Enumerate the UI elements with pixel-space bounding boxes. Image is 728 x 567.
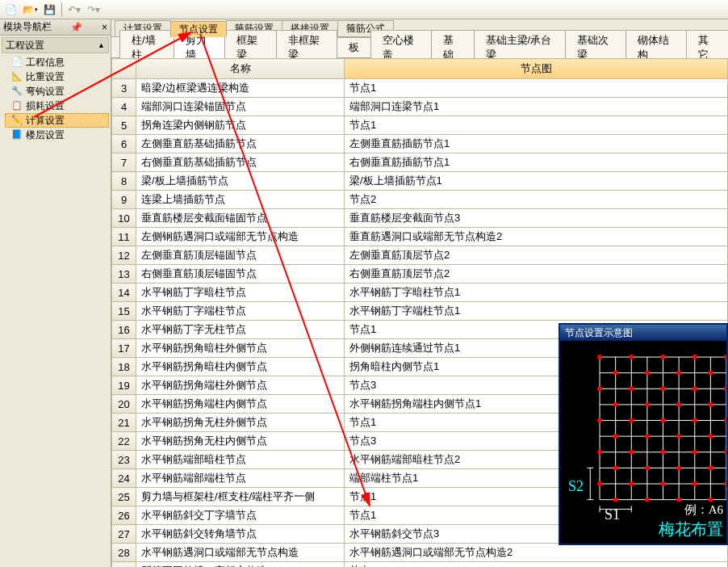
row-name[interactable]: 水平钢筋拐角无柱外侧节点	[136, 414, 345, 432]
table-row[interactable]: 14水平钢筋丁字暗柱节点水平钢筋丁字暗柱节点1	[112, 284, 728, 302]
row-name[interactable]: 水平钢筋斜交丁字墙节点	[136, 506, 345, 525]
row-img[interactable]: 水平钢筋丁字暗柱节点1	[345, 284, 728, 302]
row-name[interactable]: 水平钢筋拐角无柱内侧节点	[136, 432, 345, 451]
row-name[interactable]: 连梁上墙插筋节点	[136, 191, 345, 209]
svg-point-29	[708, 371, 713, 376]
svg-point-64	[676, 498, 681, 502]
row-name[interactable]: 水平钢筋斜交转角墙节点	[136, 525, 345, 544]
svg-point-35	[613, 402, 618, 407]
sidebar-item-4[interactable]: ✏️计算设置	[5, 113, 109, 128]
row-number: 26	[112, 506, 136, 525]
sidebar-section[interactable]: 工程设置 ▲	[2, 37, 109, 53]
svg-point-48	[597, 450, 602, 455]
table-row[interactable]: 6左侧垂直筋基础插筋节点左侧垂直筋插筋节点1	[112, 135, 728, 153]
row-name[interactable]: 垂直筋楼层变截面锚固节点	[136, 209, 345, 228]
table-row[interactable]: 29配筋不同的墙一字相交构造节点1	[112, 562, 728, 568]
cattab-4[interactable]: 板	[337, 37, 371, 58]
table-row[interactable]: 11左侧钢筋遇洞口或端部无节点构造垂直筋遇洞口或端部无节点构造2	[112, 228, 728, 246]
table-row[interactable]: 3暗梁/边框梁遇连梁构造节点1	[112, 79, 728, 98]
sidebar-item-icon: 📄	[11, 57, 23, 68]
save-icon[interactable]: 💾	[40, 2, 58, 18]
row-name[interactable]: 左侧垂直筋基础插筋节点	[136, 135, 345, 153]
row-name[interactable]: 端部洞口连梁锚固节点	[136, 98, 345, 116]
svg-point-42	[692, 418, 697, 423]
row-number: 15	[112, 302, 136, 321]
row-name[interactable]: 水平钢筋丁字端柱节点	[136, 302, 345, 321]
row-img[interactable]: 水平钢筋丁字端柱节点1	[345, 302, 728, 321]
table-row[interactable]: 12左侧垂直筋顶层锚固节点左侧垂直筋顶层节点2	[112, 246, 728, 265]
row-number: 13	[112, 265, 136, 284]
table-row[interactable]: 5拐角连梁内侧钢筋节点节点1	[112, 116, 728, 135]
sidebar-item-2[interactable]: 🔧弯钩设置	[5, 84, 109, 99]
row-img[interactable]: 垂直筋楼层变截面节点3	[345, 209, 728, 228]
row-name[interactable]: 拐角连梁内侧钢筋节点	[136, 116, 345, 135]
row-name[interactable]: 水平钢筋丁字暗柱节点	[136, 284, 345, 302]
row-img[interactable]: 右侧垂直筋插筋节点1	[345, 153, 728, 172]
close-icon[interactable]: ×	[102, 22, 107, 33]
img-header[interactable]: 节点图	[345, 59, 728, 79]
tab-1[interactable]: 节点设置	[170, 21, 227, 37]
svg-point-63	[645, 498, 650, 502]
row-img[interactable]: 左侧垂直筋插筋节点1	[345, 135, 728, 153]
sidebar-item-3[interactable]: 📋损耗设置	[5, 99, 109, 113]
collapse-icon[interactable]: ▲	[98, 41, 105, 49]
row-name[interactable]: 右侧垂直筋基础插筋节点	[136, 153, 345, 172]
row-img[interactable]: 水平钢筋遇洞口或端部无节点构造2	[345, 544, 728, 562]
row-name[interactable]: 水平钢筋拐角暗柱外侧节点	[136, 339, 345, 358]
table-row[interactable]: 10垂直筋楼层变截面锚固节点垂直筋楼层变截面节点3	[112, 209, 728, 228]
sidebar-item-label: 比重设置	[26, 70, 65, 84]
redo-icon[interactable]: ↷▾	[85, 2, 103, 18]
table-row[interactable]: 8梁/板上墙插筋节点梁/板上墙插筋节点1	[112, 172, 728, 191]
row-img[interactable]: 节点1	[345, 79, 728, 98]
row-number: 7	[112, 153, 136, 172]
row-name[interactable]: 水平钢筋端部端柱节点	[136, 469, 345, 488]
row-img[interactable]: 梁/板上墙插筋节点1	[345, 172, 728, 191]
row-img[interactable]: 节点1	[345, 562, 728, 568]
table-row[interactable]: 13右侧垂直筋顶层锚固节点右侧垂直筋顶层节点2	[112, 265, 728, 284]
row-name[interactable]: 梁/板上墙插筋节点	[136, 172, 345, 191]
row-name[interactable]: 水平钢筋遇洞口或端部无节点构造	[136, 544, 345, 562]
svg-point-28	[676, 371, 681, 376]
name-header[interactable]: 名称	[136, 59, 345, 79]
new-icon[interactable]: 📄	[2, 2, 19, 18]
row-name[interactable]: 水平钢筋端部暗柱节点	[136, 451, 345, 469]
row-img[interactable]: 右侧垂直筋顶层节点2	[345, 265, 728, 284]
separator	[61, 2, 62, 17]
row-img[interactable]: 节点2	[345, 191, 728, 209]
svg-point-39	[597, 418, 602, 423]
row-name[interactable]: 左侧钢筋遇洞口或端部无节点构造	[136, 228, 345, 246]
svg-point-43	[724, 418, 726, 423]
row-name[interactable]: 水平钢筋拐角端柱内侧节点	[136, 395, 345, 414]
row-name[interactable]: 暗梁/边框梁遇连梁构造	[136, 79, 345, 98]
row-name[interactable]: 左侧垂直筋顶层锚固节点	[136, 246, 345, 265]
row-number: 21	[112, 414, 136, 432]
table-row[interactable]: 7右侧垂直筋基础插筋节点右侧垂直筋插筋节点1	[112, 153, 728, 172]
sidebar-item-0[interactable]: 📄工程信息	[5, 55, 109, 69]
row-name[interactable]: 右侧垂直筋顶层锚固节点	[136, 265, 345, 284]
row-name[interactable]: 配筋不同的墙一字相交构造	[136, 562, 345, 568]
row-img[interactable]: 左侧垂直筋顶层节点2	[345, 246, 728, 265]
row-number: 25	[112, 488, 136, 506]
sidebar-item-1[interactable]: 📐比重设置	[5, 69, 109, 84]
row-img[interactable]: 端部洞口连梁节点1	[345, 98, 728, 116]
table-row[interactable]: 4端部洞口连梁锚固节点端部洞口连梁节点1	[112, 98, 728, 116]
row-name[interactable]: 剪力墙与框架柱/框支柱/端柱平齐一侧	[136, 488, 345, 506]
pin-icon[interactable]: 📌	[70, 22, 82, 33]
row-number: 8	[112, 172, 136, 191]
table-row[interactable]: 15水平钢筋丁字端柱节点水平钢筋丁字端柱节点1	[112, 302, 728, 321]
undo-icon[interactable]: ↶▾	[65, 2, 83, 18]
row-name[interactable]: 水平钢筋丁字无柱节点	[136, 321, 345, 339]
svg-point-38	[708, 402, 713, 407]
svg-point-27	[645, 371, 650, 376]
row-img[interactable]: 节点1	[345, 116, 728, 135]
row-name[interactable]: 水平钢筋拐角端柱外侧节点	[136, 376, 345, 395]
row-img[interactable]: 垂直筋遇洞口或端部无节点构造2	[345, 228, 728, 246]
open-icon[interactable]: 📂▾	[21, 2, 39, 18]
row-number: 6	[112, 135, 136, 153]
row-number: 27	[112, 525, 136, 544]
row-name[interactable]: 水平钢筋拐角暗柱内侧节点	[136, 358, 345, 376]
preview-body: S2 S1 例：A6 梅花布置	[560, 341, 726, 544]
sidebar-item-5[interactable]: 📘楼层设置	[5, 128, 109, 142]
table-row[interactable]: 9连梁上墙插筋节点节点2	[112, 191, 728, 209]
table-row[interactable]: 28水平钢筋遇洞口或端部无节点构造水平钢筋遇洞口或端部无节点构造2	[112, 544, 728, 562]
